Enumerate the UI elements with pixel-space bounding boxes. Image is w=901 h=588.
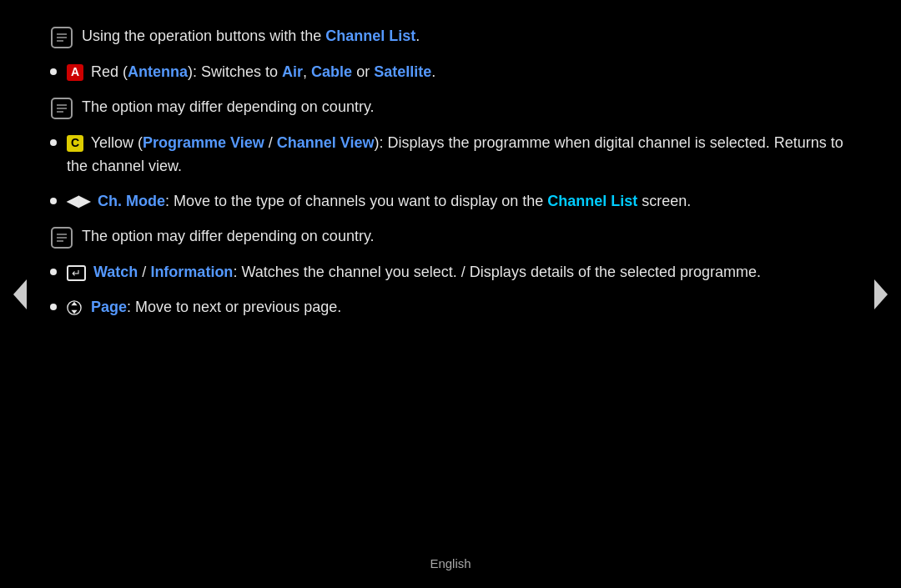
note-text-3: The option may differ depending on count…: [82, 225, 851, 249]
main-content: Using the operation buttons with the Cha…: [50, 17, 851, 546]
page-link: Page: [91, 299, 127, 315]
channel-list-link-2: Channel List: [547, 193, 637, 209]
lr-arrows-icon: ◀▶: [67, 190, 90, 214]
note-text-2: The option may differ depending on count…: [82, 96, 851, 119]
svg-marker-0: [13, 279, 27, 309]
note-item-1: Using the operation buttons with the Cha…: [50, 25, 851, 49]
bullet-text-3: ◀▶ Ch. Mode: Move to the type of channel…: [67, 190, 851, 214]
satellite-link: Satellite: [374, 63, 431, 80]
svg-marker-1: [874, 279, 888, 309]
note-icon-1: [50, 26, 73, 49]
note-text-1: Using the operation buttons with the Cha…: [82, 25, 851, 48]
information-link: Information: [150, 264, 233, 280]
antenna-link: Antenna: [128, 63, 188, 80]
bullet-dot-1: [50, 68, 57, 75]
nav-left-arrow[interactable]: [8, 274, 32, 315]
note-item-3: The option may differ depending on count…: [50, 225, 851, 249]
watch-link: Watch: [93, 264, 138, 280]
bullet-text-5: Page: Move to next or previous page.: [67, 296, 851, 319]
bullet-dot-4: [50, 269, 57, 275]
channel-list-link-1: Channel List: [325, 28, 415, 44]
nav-right-arrow[interactable]: [869, 274, 893, 315]
updown-arrows-icon: [67, 296, 85, 319]
bullet-dot-3: [50, 198, 57, 204]
note-icon-2: [50, 97, 73, 120]
svg-marker-16: [71, 310, 77, 314]
note-icon-3: [50, 226, 73, 249]
programme-view-link: Programme View: [143, 134, 264, 151]
bullet-item-3: ◀▶ Ch. Mode: Move to the type of channel…: [50, 190, 851, 214]
bullet-item-2: C Yellow (Programme View / Channel View)…: [50, 132, 851, 178]
enter-icon: ↵: [67, 265, 86, 281]
channel-view-link: Channel View: [277, 134, 375, 151]
bullet-item-4: ↵ Watch / Information: Watches the chann…: [50, 261, 851, 284]
yellow-c-box: C: [67, 135, 83, 152]
bullet-text-2: C Yellow (Programme View / Channel View)…: [67, 132, 851, 178]
cable-link: Cable: [311, 63, 352, 80]
ch-mode-link: Ch. Mode: [98, 193, 165, 209]
bullet-dot-5: [50, 304, 57, 310]
footer-language: English: [430, 555, 471, 574]
bullet-item-1: A Red (Antenna): Switches to Air, Cable …: [50, 61, 851, 84]
air-link: Air: [282, 63, 303, 80]
svg-marker-15: [71, 302, 77, 306]
bullet-text-4: ↵ Watch / Information: Watches the chann…: [67, 261, 851, 284]
note-item-2: The option may differ depending on count…: [50, 96, 851, 120]
red-a-box: A: [67, 64, 83, 81]
bullet-item-5: Page: Move to next or previous page.: [50, 296, 851, 319]
bullet-text-1: A Red (Antenna): Switches to Air, Cable …: [67, 61, 851, 84]
bullet-dot-2: [50, 139, 57, 146]
